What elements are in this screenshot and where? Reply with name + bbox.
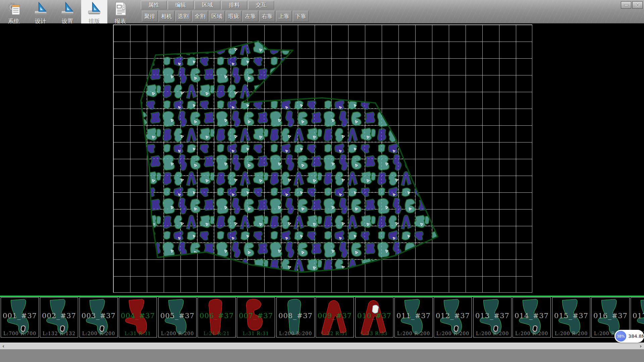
- thumbnail-list: 001_#37L:700 R:700002_#37L:132 R:132003_…: [0, 297, 644, 338]
- thumbnail-cell[interactable]: 015_#37L:200 R:200: [552, 297, 590, 338]
- memory-size-label: 384.8M: [628, 330, 644, 343]
- ribbon-section-design[interactable]: 设计: [28, 0, 54, 23]
- set-square-icon: [60, 1, 75, 18]
- close-button[interactable]: [632, 1, 643, 9]
- ribbon-section-nesting-selected[interactable]: 排版: [81, 0, 107, 23]
- piece-shape-icon: [475, 298, 510, 337]
- menu-tab-3[interactable]: 区域: [195, 1, 220, 9]
- thumbnail-cell[interactable]: 004_#37L:31 R:31: [119, 297, 157, 338]
- tool-button-bar: 聚排相机选割全割区域瑕疵左靠右靠上靠下靠: [142, 11, 309, 22]
- tool-button-9[interactable]: 上靠: [276, 11, 292, 22]
- piece-shape-icon: [357, 298, 392, 337]
- thumbnail-cell[interactable]: 002_#37L:132 R:132: [40, 297, 78, 338]
- tool-button-8[interactable]: 右靠: [259, 11, 275, 22]
- scroll-left-arrow-icon[interactable]: ‹: [0, 343, 7, 350]
- thumbnail-cell[interactable]: 001_#37L:700 R:700: [1, 297, 39, 338]
- piece-shape-icon: [396, 298, 431, 337]
- thumbnail-cell[interactable]: 003_#37L:200 R:200: [79, 297, 118, 338]
- window-controls: [621, 1, 643, 9]
- tool-button-6[interactable]: 瑕疵: [226, 11, 241, 22]
- nesting-canvas[interactable]: [0, 23, 644, 296]
- thumbnail-cell[interactable]: 009_#37L:32 R:31: [316, 297, 354, 338]
- thumbnail-cell[interactable]: 010_#37L:33 R:33: [355, 297, 393, 338]
- piece-shape-icon: [317, 298, 353, 337]
- memory-usage-badge[interactable]: 38% 384.8M: [614, 330, 644, 343]
- piece-thumbnail-strip: 001_#37L:700 R:700002_#37L:132 R:132003_…: [0, 296, 644, 343]
- piece-shape-icon: [238, 298, 274, 337]
- scroll-right-arrow-icon[interactable]: ›: [637, 343, 644, 350]
- nesting-app-window: 系统 设计 设置: [0, 0, 644, 362]
- piece-shape-icon: [514, 298, 549, 337]
- menu-tab-1[interactable]: 属性: [141, 1, 167, 9]
- nested-hide-graphic: [0, 23, 644, 296]
- ribbon-section-settings[interactable]: 设置: [54, 0, 80, 23]
- bottom-status-area: [0, 349, 644, 362]
- thumbnail-cell[interactable]: 005_#37L:200 R:200: [158, 297, 197, 338]
- menu-tab-2[interactable]: 编辑: [168, 1, 194, 9]
- piece-shape-icon: [199, 298, 234, 337]
- thumbnail-cell[interactable]: 008_#37L:200 R:200: [276, 297, 315, 338]
- thumbnail-cell[interactable]: 007_#37L:31 R:31: [237, 297, 275, 338]
- horizontal-scrollbar[interactable]: ‹ ›: [0, 343, 644, 349]
- tool-button-1[interactable]: 聚排: [142, 11, 158, 22]
- set-square-icon: [87, 1, 102, 18]
- piece-shape-icon: [81, 298, 116, 337]
- thumbnail-cell[interactable]: 011_#37L:200 R:200: [394, 297, 433, 338]
- tool-button-2[interactable]: 相机: [159, 11, 174, 22]
- tool-button-5[interactable]: 区域: [209, 11, 225, 22]
- tool-button-4[interactable]: 全割: [192, 11, 208, 22]
- menu-tab-bar: 属性编辑区域排料交互: [141, 1, 274, 10]
- ribbon-section-report[interactable]: 报表: [108, 0, 133, 23]
- minimize-button[interactable]: [621, 1, 631, 9]
- piece-shape-icon: [160, 298, 195, 337]
- tool-button-10[interactable]: 下靠: [293, 11, 309, 22]
- piece-shape-icon: [2, 298, 38, 337]
- piece-shape-icon: [41, 298, 77, 337]
- thumbnail-cell[interactable]: 006_#37L:21 R:21: [198, 297, 236, 338]
- gear-icon: [6, 1, 21, 18]
- strip-separator-line: [0, 296, 644, 297]
- ribbon-toolbar: 系统 设计 设置: [0, 0, 644, 23]
- menu-tab-5[interactable]: 交互: [248, 1, 274, 9]
- percent-circle: 38%: [615, 331, 626, 342]
- thumbnail-cell[interactable]: 012_#37L:200 R:200: [434, 297, 472, 338]
- thumbnail-cell[interactable]: 014_#37L:200 R:200: [513, 297, 551, 338]
- tool-button-3[interactable]: 选割: [175, 11, 191, 22]
- tool-button-7[interactable]: 左靠: [243, 11, 258, 22]
- piece-shape-icon: [278, 298, 313, 337]
- piece-shape-icon: [435, 298, 471, 337]
- minimize-icon: [624, 3, 629, 7]
- piece-shape-icon: [120, 298, 156, 337]
- ribbon-section-system[interactable]: 系统: [1, 0, 27, 23]
- close-icon: [635, 3, 640, 7]
- report-icon: [113, 1, 128, 18]
- set-square-icon: [33, 1, 48, 18]
- piece-shape-icon: [553, 298, 589, 337]
- thumbnail-cell[interactable]: 013_#37L:200 R:200: [473, 297, 512, 338]
- menu-tab-4[interactable]: 排料: [221, 1, 247, 9]
